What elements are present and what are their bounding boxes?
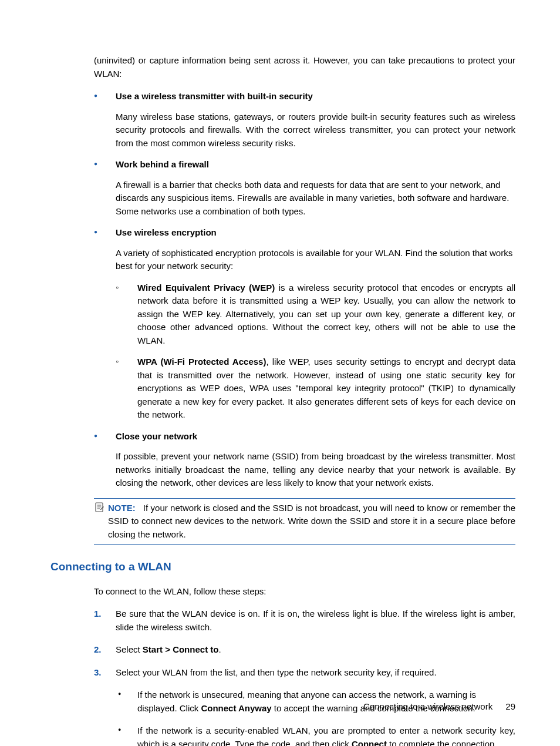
item-title: Work behind a firewall	[116, 158, 515, 172]
steps-list: Be sure that the WLAN device is on. If i…	[94, 607, 515, 746]
section-heading: Connecting to a WLAN	[50, 559, 515, 576]
step-item: Be sure that the WLAN device is on. If i…	[94, 607, 515, 634]
intro-paragraph: (uninvited) or capture information being…	[94, 54, 515, 80]
note-block: NOTE: If your network is closed and the …	[94, 498, 515, 545]
list-item: Use wireless encryption A variety of sop…	[94, 226, 515, 422]
item-title: Close your network	[116, 430, 515, 443]
step-sublist: If the network is unsecured, meaning tha…	[116, 688, 515, 746]
item-body: A firewall is a barrier that checks both…	[116, 179, 515, 219]
precautions-list: Use a wireless transmitter with built-in…	[94, 90, 515, 490]
sub-item: WPA (Wi-Fi Protected Access), like WEP, …	[116, 355, 515, 422]
sub-bullet: If the network is a security-enabled WLA…	[116, 724, 515, 746]
note-body: If your network is closed and the SSID i…	[108, 503, 515, 539]
list-item: Close your network If possible, prevent …	[94, 430, 515, 490]
item-title: Use wireless encryption	[116, 226, 515, 240]
t: If the network is a security-enabled WLA…	[137, 724, 515, 746]
sub-text: WPA (Wi-Fi Protected Access), like WEP, …	[137, 355, 515, 422]
list-item: Work behind a firewall A firewall is a b…	[94, 158, 515, 218]
item-title: Use a wireless transmitter with built-in…	[116, 90, 515, 103]
step-text: Select Start > Connect to.	[116, 643, 515, 657]
page-footer: Connecting to a wireless network 29	[50, 700, 515, 714]
note-text: NOTE: If your network is closed and the …	[108, 502, 515, 542]
t: .	[218, 644, 221, 654]
item-body: A variety of sophisticated encryption pr…	[116, 247, 515, 273]
note-icon	[94, 502, 104, 513]
menu-path: Start > Connect to	[143, 644, 219, 654]
item-body: Many wireless base stations, gateways, o…	[116, 110, 515, 150]
sub-text: Wired Equivalent Privacy (WEP) is a wire…	[137, 281, 515, 348]
item-body: If possible, prevent your network name (…	[116, 450, 515, 490]
encryption-sublist: Wired Equivalent Privacy (WEP) is a wire…	[116, 281, 515, 422]
step-text: Select your WLAN from the list, and then…	[116, 666, 515, 680]
sub-lead: Wired Equivalent Privacy (WEP)	[137, 283, 275, 293]
footer-text: Connecting to a wireless network	[363, 701, 492, 711]
step-text: Be sure that the WLAN device is on. If i…	[116, 607, 515, 634]
sub-lead: WPA (Wi-Fi Protected Access)	[137, 357, 266, 367]
section-intro: To connect to the WLAN, follow these ste…	[94, 585, 515, 599]
note-label: NOTE:	[108, 503, 136, 513]
t: to complete the connection.	[387, 739, 497, 747]
step-item: Select Start > Connect to.	[94, 643, 515, 657]
page-number: 29	[505, 701, 515, 711]
sub-item: Wired Equivalent Privacy (WEP) is a wire…	[116, 281, 515, 348]
t: Select	[116, 644, 143, 654]
list-item: Use a wireless transmitter with built-in…	[94, 90, 515, 150]
button-name: Connect	[352, 739, 387, 747]
